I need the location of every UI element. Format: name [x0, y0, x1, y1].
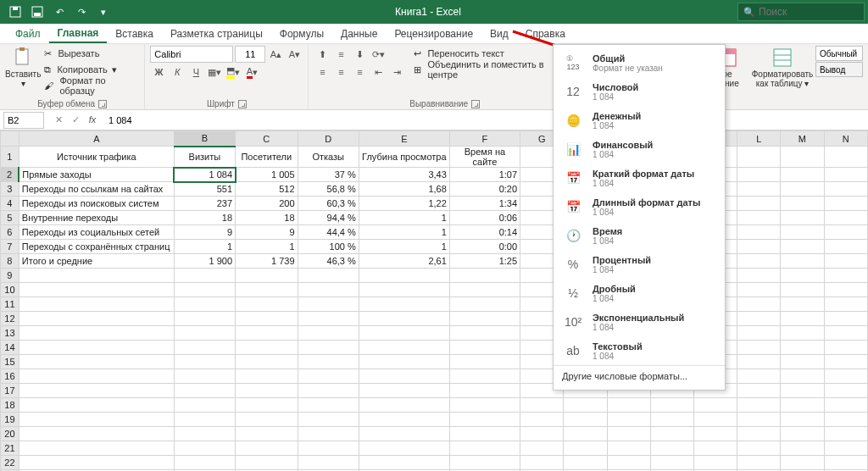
cell[interactable] [449, 269, 520, 283]
cell[interactable] [520, 413, 564, 427]
cell[interactable] [236, 456, 298, 470]
name-box[interactable]: B2 [3, 112, 44, 129]
dialog-launcher-clipboard[interactable] [98, 100, 107, 108]
cell[interactable] [449, 384, 520, 398]
dialog-launcher-font[interactable] [238, 100, 247, 108]
cell[interactable] [19, 312, 174, 326]
cell[interactable] [298, 398, 359, 413]
cell[interactable] [824, 341, 867, 355]
cell[interactable] [19, 297, 174, 312]
search-input[interactable] [759, 6, 868, 18]
cell[interactable]: 2,61 [359, 254, 449, 269]
cell[interactable] [359, 283, 449, 297]
cell[interactable] [737, 369, 781, 384]
cell[interactable]: 1 [359, 211, 449, 225]
cell[interactable] [824, 369, 867, 384]
cell[interactable] [824, 269, 867, 283]
cell[interactable] [737, 456, 781, 470]
cell[interactable] [824, 441, 867, 456]
cell[interactable]: Глубина просмотра [359, 147, 449, 168]
cell[interactable]: 1 [174, 240, 235, 254]
cell[interactable]: Визиты [174, 147, 235, 168]
cell[interactable] [19, 398, 174, 413]
row-header[interactable]: 1 [1, 147, 19, 168]
cell[interactable] [19, 369, 174, 384]
cell[interactable] [824, 413, 867, 427]
row-header[interactable]: 2 [1, 168, 19, 182]
cell[interactable]: 551 [174, 182, 235, 197]
cell[interactable] [564, 413, 607, 427]
cell[interactable] [781, 441, 824, 456]
cell[interactable] [781, 398, 824, 413]
cell[interactable] [650, 398, 693, 413]
cell[interactable] [298, 427, 359, 441]
cell[interactable] [737, 413, 781, 427]
cell[interactable] [824, 355, 867, 369]
cell[interactable] [737, 398, 781, 413]
cell[interactable] [781, 254, 824, 269]
cell[interactable] [650, 427, 693, 441]
row-header[interactable]: 7 [1, 240, 19, 254]
align-bottom-button[interactable]: ⬇ [351, 46, 368, 63]
cell[interactable] [824, 168, 867, 182]
row-header[interactable]: 10 [1, 283, 19, 297]
cell[interactable]: 237 [174, 197, 235, 211]
cell[interactable] [236, 413, 298, 427]
cell[interactable] [824, 147, 867, 168]
cell[interactable] [174, 341, 235, 355]
cell[interactable] [19, 441, 174, 456]
cell[interactable] [693, 441, 737, 456]
borders-button[interactable]: ▦▾ [206, 64, 223, 80]
cell[interactable] [449, 283, 520, 297]
cell[interactable] [19, 269, 174, 283]
cell[interactable]: 1 900 [174, 254, 235, 269]
align-top-button[interactable]: ⬆ [314, 46, 331, 63]
fmt-option-дробный[interactable]: ½ Дробный1 084 [554, 279, 725, 308]
row-header[interactable]: 20 [1, 427, 19, 441]
row-header[interactable]: 9 [1, 269, 19, 283]
cell[interactable] [824, 225, 867, 240]
cell[interactable] [359, 384, 449, 398]
cell[interactable]: 1:25 [449, 254, 520, 269]
cell[interactable]: 0:06 [449, 211, 520, 225]
cell[interactable]: 1 [359, 240, 449, 254]
cell[interactable] [449, 312, 520, 326]
cell[interactable] [174, 441, 235, 456]
font-name-combo[interactable]: Calibri [150, 46, 233, 63]
cell[interactable] [298, 283, 359, 297]
cell[interactable] [236, 269, 298, 283]
cell[interactable] [19, 427, 174, 441]
cut-button[interactable]: ✂ Вырезать [44, 46, 139, 61]
tab-разметка страницы[interactable]: Разметка страницы [162, 24, 271, 43]
row-header[interactable]: 14 [1, 341, 19, 355]
cell[interactable] [824, 326, 867, 341]
underline-button[interactable]: Ч [187, 64, 204, 80]
cell[interactable]: 0:20 [449, 182, 520, 197]
fx-icon[interactable]: fx [85, 114, 100, 125]
cell[interactable] [359, 326, 449, 341]
cell[interactable] [781, 211, 824, 225]
cell[interactable] [737, 312, 781, 326]
cell[interactable] [607, 427, 650, 441]
cell[interactable] [781, 413, 824, 427]
cell[interactable] [824, 312, 867, 326]
cell[interactable] [737, 269, 781, 283]
indent-decrease-button[interactable]: ⇤ [370, 64, 387, 80]
cell[interactable] [824, 197, 867, 211]
tab-рецензирование[interactable]: Рецензирование [386, 24, 481, 43]
row-header[interactable]: 11 [1, 297, 19, 312]
cell[interactable] [236, 283, 298, 297]
cell[interactable] [236, 297, 298, 312]
cell[interactable] [564, 398, 607, 413]
cell-style-normal[interactable]: Обычный [815, 46, 863, 61]
cell[interactable] [737, 168, 781, 182]
row-header[interactable]: 19 [1, 413, 19, 427]
cell[interactable]: Посетители [236, 147, 298, 168]
cell[interactable] [359, 369, 449, 384]
cell[interactable]: 18 [236, 211, 298, 225]
cell[interactable] [19, 413, 174, 427]
cell[interactable] [781, 147, 824, 168]
cell[interactable] [824, 456, 867, 470]
cell[interactable] [781, 283, 824, 297]
cell[interactable]: 9 [174, 225, 235, 240]
